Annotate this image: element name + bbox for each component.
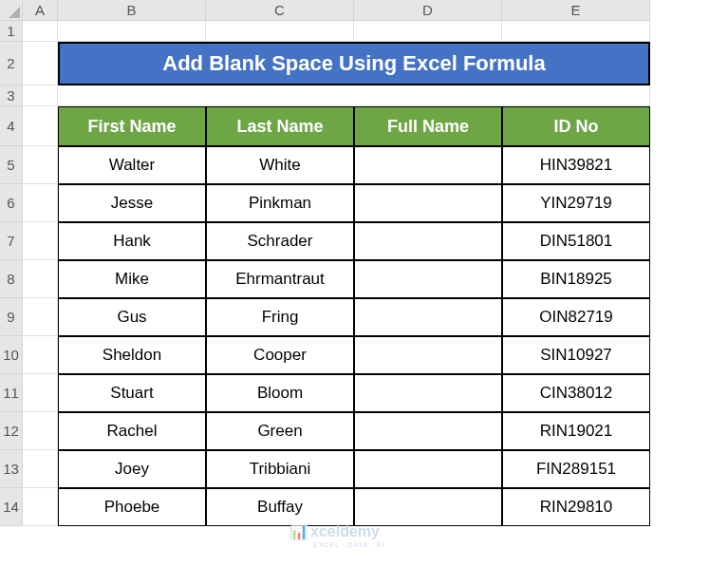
cell-A11[interactable] [23,374,58,412]
row-header-6[interactable]: 6 [0,184,23,222]
cell-D12[interactable] [354,412,502,450]
cell-A2[interactable] [23,42,58,85]
cell-C5[interactable]: White [206,146,354,184]
row-header-12[interactable]: 12 [0,412,23,450]
cell-D14[interactable] [354,488,502,526]
select-all-corner[interactable] [0,0,23,21]
cell-A7[interactable] [23,222,58,260]
cell-E13[interactable]: FIN289151 [502,450,650,488]
cell-A14[interactable] [23,488,58,526]
cell-D5[interactable] [354,146,502,184]
col-header-E[interactable]: E [502,0,650,21]
row-header-9[interactable]: 9 [0,298,23,336]
cell-D10[interactable] [354,336,502,374]
cell-E10[interactable]: SIN10927 [502,336,650,374]
row-header-14[interactable]: 14 [0,488,23,526]
col-header-B[interactable]: B [58,0,206,21]
row-header-7[interactable]: 7 [0,222,23,260]
row-header-13[interactable]: 13 [0,450,23,488]
row-header-3[interactable]: 3 [0,85,23,106]
cell-E7[interactable]: DIN51801 [502,222,650,260]
row-header-5[interactable]: 5 [0,146,23,184]
cell-C6[interactable]: Pinkman [206,184,354,222]
cell-B13[interactable]: Joey [58,450,206,488]
col-header-D[interactable]: D [354,0,502,21]
watermark-subtext: EXCEL · DATA · BI [313,541,384,548]
cell-B1[interactable] [58,21,206,42]
title-cell[interactable]: Add Blank Space Using Excel Formula [58,42,650,85]
cell-A8[interactable] [23,260,58,298]
header-full-name[interactable]: Full Name [354,106,502,146]
row-header-8[interactable]: 8 [0,260,23,298]
cell-C8[interactable]: Ehrmantraut [206,260,354,298]
cell-B12[interactable]: Rachel [58,412,206,450]
cell-B9[interactable]: Gus [58,298,206,336]
cell-D8[interactable] [354,260,502,298]
row-header-10[interactable]: 10 [0,336,23,374]
cell-B6[interactable]: Jesse [58,184,206,222]
cell-D13[interactable] [354,450,502,488]
cell-E11[interactable]: CIN38012 [502,374,650,412]
header-last-name[interactable]: Last Name [206,106,354,146]
cell-E8[interactable]: BIN18925 [502,260,650,298]
cell-A1[interactable] [23,21,58,42]
col-header-C[interactable]: C [206,0,354,21]
row-3-empty[interactable] [58,85,650,106]
cell-A12[interactable] [23,412,58,450]
row-header-4[interactable]: 4 [0,106,23,146]
cell-C1[interactable] [206,21,354,42]
row-header-1[interactable]: 1 [0,21,23,42]
cell-D7[interactable] [354,222,502,260]
cell-D11[interactable] [354,374,502,412]
cell-A6[interactable] [23,184,58,222]
spreadsheet-grid: A B C D E 1 2 Add Blank Space Using Exce… [0,0,728,526]
cell-C13[interactable]: Tribbiani [206,450,354,488]
cell-B11[interactable]: Stuart [58,374,206,412]
cell-C9[interactable]: Fring [206,298,354,336]
row-header-2[interactable]: 2 [0,42,23,85]
cell-D6[interactable] [354,184,502,222]
cell-C7[interactable]: Schrader [206,222,354,260]
cell-E14[interactable]: RIN29810 [502,488,650,526]
header-id-no[interactable]: ID No [502,106,650,146]
cell-D1[interactable] [354,21,502,42]
cell-A13[interactable] [23,450,58,488]
cell-A9[interactable] [23,298,58,336]
cell-E9[interactable]: OIN82719 [502,298,650,336]
cell-E6[interactable]: YIN29719 [502,184,650,222]
cell-C14[interactable]: Buffay [206,488,354,526]
cell-C10[interactable]: Cooper [206,336,354,374]
cell-B14[interactable]: Phoebe [58,488,206,526]
header-first-name[interactable]: First Name [58,106,206,146]
cell-A3[interactable] [23,85,58,106]
cell-B5[interactable]: Walter [58,146,206,184]
cell-A5[interactable] [23,146,58,184]
cell-B7[interactable]: Hank [58,222,206,260]
cell-E12[interactable]: RIN19021 [502,412,650,450]
cell-B10[interactable]: Sheldon [58,336,206,374]
cell-E5[interactable]: HIN39821 [502,146,650,184]
cell-D9[interactable] [354,298,502,336]
cell-E1[interactable] [502,21,650,42]
cell-A4[interactable] [23,106,58,146]
row-header-11[interactable]: 11 [0,374,23,412]
cell-A10[interactable] [23,336,58,374]
col-header-A[interactable]: A [23,0,58,21]
cell-C11[interactable]: Bloom [206,374,354,412]
cell-C12[interactable]: Green [206,412,354,450]
cell-B8[interactable]: Mike [58,260,206,298]
